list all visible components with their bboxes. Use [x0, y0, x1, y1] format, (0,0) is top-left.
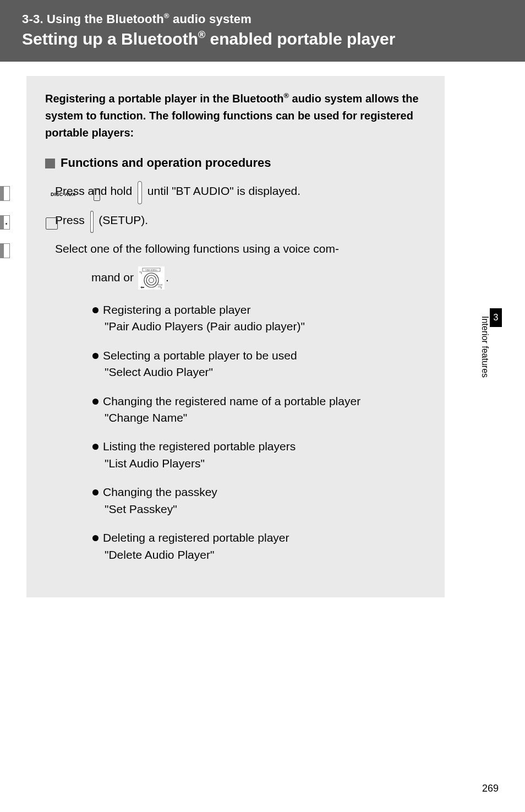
- page: 3-3. Using the Bluetooth® audio system S…: [0, 0, 525, 812]
- svg-text:TUNE SCROLL: TUNE SCROLL: [145, 269, 158, 271]
- step-3-period: .: [166, 270, 169, 283]
- tune-scroll-knob-icon: TUNE SCROLL PUSH: [138, 266, 165, 290]
- registered-mark: ®: [283, 92, 289, 100]
- bullet-head: Deleting a registered portable player: [103, 531, 289, 544]
- bullet-sub: "Set Passkey": [105, 501, 426, 517]
- page-title: Setting up a Bluetooth® enabled portable…: [22, 30, 508, 48]
- disc-aux-button-icon: DISC·AUX: [138, 181, 142, 203]
- bullet-sub: "Delete Audio Player": [105, 547, 426, 563]
- chapter-number-tab: 3: [490, 308, 502, 327]
- bullet-head: Registering a portable player: [103, 303, 251, 316]
- step-3-text-a: Select one of the following functions us…: [55, 242, 335, 255]
- setup-button-icon: [90, 211, 94, 232]
- bullet-icon: [92, 444, 99, 450]
- side-pad: [490, 327, 525, 443]
- step-3: STEP3 Select one of the following functi…: [45, 239, 426, 259]
- bullet-sub: "Select Audio Player": [105, 364, 426, 380]
- step-2: STEP2 Press (SETUP).: [45, 211, 426, 232]
- step-1-text-b: until "BT AUDIO" is displayed.: [144, 185, 300, 198]
- bullet-register: Registering a portable player "Pair Audi…: [45, 302, 426, 335]
- bullet-head: Changing the registered name of a portab…: [103, 395, 360, 407]
- step-badge: STEP3: [45, 240, 52, 259]
- bullet-sub: "List Audio Players": [105, 455, 426, 472]
- functions-heading-text: Functions and operation procedures: [61, 156, 271, 170]
- bullet-icon: [92, 399, 99, 405]
- title-prefix: Setting up a Bluetooth: [22, 30, 198, 48]
- step-number: 3: [3, 243, 10, 258]
- bullet-icon: [92, 353, 99, 359]
- dot-icon: [6, 223, 7, 225]
- bullet-sub: "Pair Audio Players (Pair audio player)": [105, 318, 426, 335]
- side-tab: Interior features 3: [478, 308, 525, 443]
- bullet-head: Listing the registered portable players: [103, 440, 296, 453]
- svg-text:PUSH: PUSH: [158, 284, 162, 286]
- bullet-passkey: Changing the passkey "Set Passkey": [45, 484, 426, 517]
- bullet-delete: Deleting a registered portable player "D…: [45, 530, 426, 563]
- bullet-head: Changing the passkey: [103, 486, 217, 498]
- square-bullet-icon: [45, 159, 55, 168]
- registered-mark: ®: [164, 12, 169, 20]
- step-1: STEP1 Press and hold DISC·AUX until "BT …: [45, 181, 426, 203]
- intro-paragraph: Registering a portable player in the Blu…: [45, 90, 426, 141]
- bullet-select: Selecting a portable player to be used "…: [45, 347, 426, 381]
- section-number: 3-3. Using the Bluetooth® audio system: [22, 12, 508, 26]
- step-2-text-b: (SETUP).: [96, 214, 149, 226]
- bullet-sub: "Change Name": [105, 410, 426, 426]
- registered-mark: ®: [198, 29, 205, 40]
- bullet-head: Selecting a portable player to be used: [103, 349, 297, 362]
- step-number: 1: [3, 186, 10, 200]
- page-header: 3-3. Using the Bluetooth® audio system S…: [0, 0, 525, 62]
- section-suffix: audio system: [169, 12, 251, 26]
- bullet-icon: [92, 535, 99, 541]
- title-suffix: enabled portable player: [205, 30, 395, 48]
- step-3-continuation: mand or TUNE SCROLL PUSH .: [45, 266, 426, 290]
- section-prefix: 3-3. Using the Bluetooth: [22, 12, 164, 26]
- bullet-change-name: Changing the registered name of a portab…: [45, 393, 426, 427]
- bullet-icon: [92, 307, 99, 313]
- bullet-list: Listing the registered portable players …: [45, 438, 426, 472]
- disc-aux-label: DISC·AUX: [94, 188, 100, 200]
- side-stack: 3: [490, 308, 525, 443]
- instruction-panel: Registering a portable player in the Blu…: [26, 76, 445, 597]
- intro-text-a: Registering a portable player in the Blu…: [45, 92, 283, 105]
- step-2-text-a: Press: [55, 214, 88, 226]
- page-number: 269: [482, 783, 499, 794]
- functions-heading: Functions and operation procedures: [45, 156, 426, 170]
- content-area: Registering a portable player in the Blu…: [0, 62, 525, 597]
- chapter-label: Interior features: [478, 308, 490, 443]
- bullet-icon: [92, 489, 99, 495]
- step-3-cont-text: mand or: [91, 270, 137, 283]
